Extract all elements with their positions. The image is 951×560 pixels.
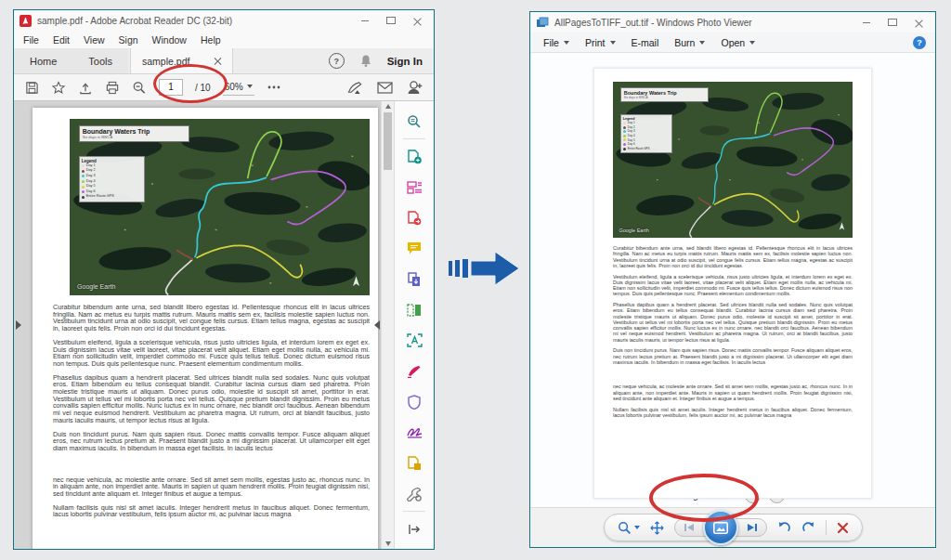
tools-pane-collapse-icon[interactable] — [374, 320, 380, 330]
tiff-text-body: Curabitur bibendum ante urna, sed blandi… — [613, 245, 853, 418]
previous-image-button[interactable] — [684, 523, 695, 532]
slideshow-nav-group — [674, 518, 767, 537]
zoom-out-icon[interactable] — [132, 81, 147, 95]
scan-ocr-tool-icon[interactable] — [395, 325, 434, 356]
scroll-down-icon[interactable] — [385, 541, 391, 546]
map-title: Boundary Waters Trip — [83, 128, 187, 135]
chevron-down-icon — [699, 41, 705, 45]
paragraph: Phasellus dapibus quam a hendrerit place… — [53, 374, 370, 424]
export-pdf-tool-icon[interactable] — [395, 202, 434, 233]
help-icon[interactable]: ? — [913, 36, 926, 49]
open-tools-pane-icon[interactable] — [395, 514, 434, 544]
menu-edit[interactable]: Edit — [53, 34, 70, 46]
menu-burn[interactable]: Burn — [671, 37, 709, 48]
zoom-button[interactable] — [618, 521, 640, 535]
tab-close-icon[interactable] — [214, 58, 221, 65]
acrobat-tools-pane — [394, 101, 434, 549]
maximize-button[interactable] — [881, 15, 904, 30]
legend-marker-icon — [82, 190, 85, 193]
paragraph: nec neque vehicula, ac molestie ante orn… — [613, 384, 853, 401]
edit-pdf-tool-icon[interactable] — [395, 172, 434, 202]
slideshow-photo-icon — [713, 522, 728, 534]
save-icon[interactable] — [25, 81, 39, 95]
scrollbar-thumb[interactable] — [384, 112, 392, 170]
stamp-tool-icon[interactable] — [395, 448, 434, 478]
notifications-bell-icon[interactable] — [359, 54, 372, 68]
satellite-terrain — [613, 82, 853, 238]
minimize-button[interactable] — [354, 13, 376, 28]
trip-map-image: Boundary Waters Trip Six days in BWCA Le… — [70, 119, 370, 295]
pdf-text-body: Curabitur bibendum ante urna, sed blandi… — [53, 304, 370, 518]
paragraph: Duis non tincidunt purus. Nam quis sapie… — [53, 431, 370, 452]
fill-sign-tool-icon[interactable] — [395, 356, 434, 386]
print-icon[interactable] — [105, 81, 120, 95]
menu-print[interactable]: Print — [581, 37, 619, 48]
paragraph: Phasellus dapibus quam a hendrerit place… — [613, 302, 853, 343]
menu-sign[interactable]: Sign — [119, 34, 138, 46]
map-title-box: Boundary Waters Trip Six days in BWCA — [620, 87, 709, 102]
rotate-clockwise-button[interactable] — [801, 521, 815, 535]
more-tools-icon[interactable] — [395, 478, 434, 509]
menu-file[interactable]: File — [540, 37, 573, 48]
next-image-button[interactable] — [747, 523, 758, 532]
legend-marker-icon — [623, 148, 626, 150]
paragraph: Duis non tincidunt purus. Nam quis sapie… — [613, 347, 853, 365]
menu-file[interactable]: File — [23, 34, 39, 46]
pdf-page: Boundary Waters Trip Six days in BWCA Le… — [33, 108, 378, 549]
protect-tool-icon[interactable] — [395, 386, 434, 417]
legend-marker-icon — [82, 186, 85, 189]
close-button[interactable] — [406, 13, 428, 28]
legend-marker-icon — [623, 143, 626, 146]
paragraph: Curabitur bibendum ante urna, sed blandi… — [613, 245, 853, 268]
menu-open[interactable]: Open — [717, 37, 759, 48]
maximize-button[interactable] — [380, 13, 402, 28]
legend-marker-icon — [623, 130, 626, 133]
scroll-up-icon[interactable] — [385, 104, 391, 109]
menu-email[interactable]: E-mail — [628, 37, 663, 48]
window-title: sample.pdf - Adobe Acrobat Reader DC (32… — [37, 16, 232, 26]
acrobat-tabbar: Home Tools sample.pdf ? Sign In — [14, 48, 434, 74]
menu-help[interactable]: Help — [201, 34, 221, 46]
menu-view[interactable]: View — [84, 34, 105, 46]
share-upload-icon[interactable] — [78, 81, 93, 95]
photo-viewer-titlebar: AllPagesToTIFF_out.tif - Windows Photo V… — [530, 12, 935, 33]
more-options-icon[interactable] — [267, 85, 281, 90]
create-pdf-tool-icon[interactable] — [395, 141, 434, 172]
help-icon[interactable]: ? — [329, 53, 345, 69]
rotate-counterclockwise-button[interactable] — [777, 521, 791, 535]
close-button[interactable] — [907, 15, 930, 30]
compass-north-icon — [839, 222, 845, 231]
photo-viewer-menubar: File Print E-mail Burn Open ? — [530, 33, 935, 53]
minimize-button[interactable] — [855, 15, 878, 30]
legend-marker-icon — [623, 122, 626, 124]
map-subtitle: Six days in BWCA — [624, 96, 705, 99]
legend-item: Entire Route GPS — [82, 194, 142, 200]
delete-button[interactable] — [837, 522, 849, 534]
legend-marker-icon — [623, 138, 626, 141]
chevron-down-icon — [564, 41, 569, 45]
star-icon[interactable] — [51, 81, 66, 95]
search-tool-icon[interactable] — [395, 106, 434, 137]
organize-pages-tool-icon[interactable] — [395, 294, 434, 325]
toolbar-divider — [826, 520, 827, 535]
menu-window[interactable]: Window — [152, 34, 187, 46]
chevron-down-icon — [247, 85, 253, 88]
add-account-icon[interactable] — [407, 80, 423, 95]
tab-home[interactable]: Home — [14, 48, 72, 73]
email-icon[interactable] — [377, 82, 393, 94]
map-subtitle: Six days in BWCA — [83, 135, 187, 139]
actual-size-button[interactable] — [650, 521, 664, 535]
legend-marker-icon — [623, 135, 626, 137]
fill-sign-pen-icon[interactable] — [346, 81, 363, 95]
acrobat-menubar: File Edit View Sign Window Help — [14, 31, 434, 48]
comment-tool-icon[interactable] — [395, 233, 434, 264]
tab-tools[interactable]: Tools — [72, 48, 128, 73]
certificates-tool-icon[interactable] — [395, 417, 434, 448]
navigation-pane-expand-icon[interactable] — [16, 320, 21, 330]
sign-in-button[interactable]: Sign In — [387, 56, 423, 67]
map-credit: Google Earth — [619, 228, 648, 233]
page-count-annotation-ellipse — [153, 64, 228, 103]
chevron-down-icon — [634, 526, 640, 529]
vertical-scrollbar[interactable] — [381, 101, 394, 549]
combine-files-tool-icon[interactable] — [395, 264, 434, 294]
